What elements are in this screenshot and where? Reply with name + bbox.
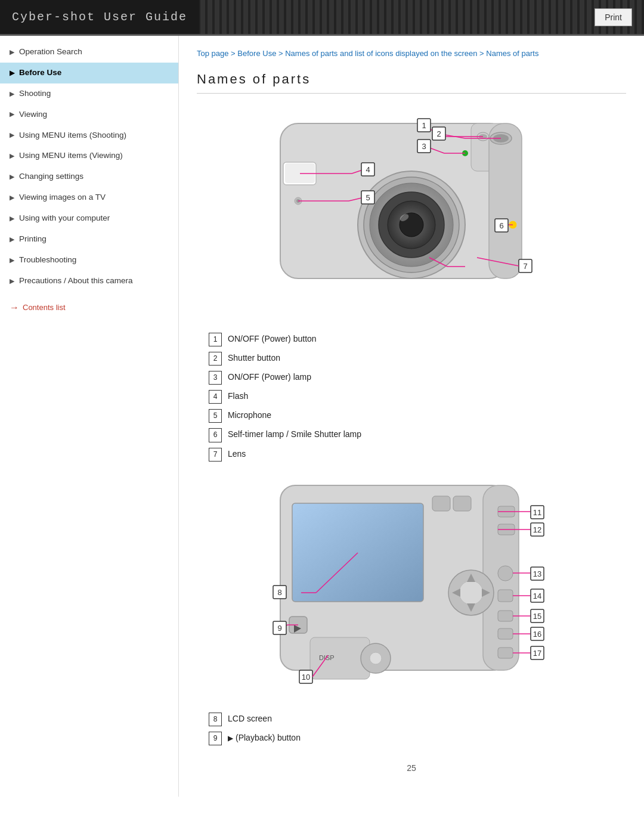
svg-rect-63 <box>498 611 513 621</box>
breadcrumb-before-use[interactable]: Before Use <box>237 49 276 58</box>
svg-text:6: 6 <box>499 221 503 230</box>
front-camera-svg: 1 2 3 4 5 6 <box>244 106 578 320</box>
arrow-icon: ▶ <box>10 69 14 78</box>
arrow-icon: ▶ <box>10 48 14 57</box>
svg-text:9: 9 <box>277 624 281 633</box>
svg-rect-50 <box>292 503 423 602</box>
sidebar-item-troubleshooting[interactable]: ▶ Troubleshooting <box>0 250 178 271</box>
svg-text:7: 7 <box>523 262 527 271</box>
arrow-right-icon: → <box>10 302 19 313</box>
svg-text:10: 10 <box>302 673 310 682</box>
svg-rect-62 <box>498 590 513 602</box>
sidebar-item-using-computer[interactable]: ▶ Using with your computer <box>0 208 178 229</box>
arrow-icon: ▶ <box>10 89 14 98</box>
breadcrumb-top[interactable]: Top page <box>197 49 229 58</box>
part-label-2: Shutter button <box>228 351 280 364</box>
front-parts-list: 1 ON/OFF (Power) button 2 Shutter button… <box>209 332 626 462</box>
part-number-9: 9 <box>209 732 222 745</box>
arrow-icon: ▶ <box>10 214 14 223</box>
part-item-6: 6 Self-timer lamp / Smile Shutter lamp <box>209 428 626 442</box>
svg-rect-51 <box>432 496 450 511</box>
svg-text:15: 15 <box>533 612 541 621</box>
sidebar-item-viewing-on-tv[interactable]: ▶ Viewing images on a TV <box>0 187 178 208</box>
sidebar: ▶ Operation Search ▶ Before Use ▶ Shooti… <box>0 36 179 797</box>
content-area: Top page > Before Use > Names of parts a… <box>179 36 644 797</box>
part-item-7: 7 Lens <box>209 447 626 462</box>
breadcrumb-names-icons[interactable]: Names of parts and list of icons display… <box>285 49 477 58</box>
part-number-7: 7 <box>209 448 222 462</box>
svg-text:1: 1 <box>422 121 426 130</box>
contents-list-link[interactable]: → Contents list <box>0 295 178 320</box>
part-number-5: 5 <box>209 409 222 423</box>
part-number-3: 3 <box>209 371 222 385</box>
back-parts-list: 8 LCD screen 9 ▶ (Playback) button <box>209 712 626 745</box>
part-number-2: 2 <box>209 352 222 366</box>
arrow-icon: ▶ <box>10 110 14 119</box>
part-label-1: ON/OFF (Power) button <box>228 332 317 345</box>
sidebar-item-shooting[interactable]: ▶ Shooting <box>0 83 178 104</box>
header: Cyber-shot User Guide Print <box>0 0 644 36</box>
part-label-8: LCD screen <box>228 712 272 725</box>
sidebar-item-viewing[interactable]: ▶ Viewing <box>0 104 178 125</box>
sidebar-item-changing-settings[interactable]: ▶ Changing settings <box>0 166 178 187</box>
part-item-9: 9 ▶ (Playback) button <box>209 731 626 745</box>
part-number-8: 8 <box>209 713 222 726</box>
part-item-3: 3 ON/OFF (Power) lamp <box>209 370 626 385</box>
svg-point-54 <box>459 581 483 605</box>
page-title: Names of parts <box>197 72 626 94</box>
part-number-1: 1 <box>209 333 222 346</box>
arrow-icon: ▶ <box>10 256 14 265</box>
part-label-3: ON/OFF (Power) lamp <box>228 370 311 383</box>
part-number-4: 4 <box>209 390 222 404</box>
svg-rect-2 <box>489 123 522 278</box>
back-camera-image: DISP <box>256 473 566 700</box>
svg-rect-64 <box>498 628 513 639</box>
breadcrumb-names-parts[interactable]: Names of parts <box>486 49 538 58</box>
breadcrumb: Top page > Before Use > Names of parts a… <box>197 48 626 60</box>
sidebar-item-operation-search[interactable]: ▶ Operation Search <box>0 42 178 63</box>
arrow-icon: ▶ <box>10 131 14 140</box>
svg-text:5: 5 <box>366 193 370 202</box>
part-item-1: 1 ON/OFF (Power) button <box>209 332 626 346</box>
page-number: 25 <box>197 763 626 773</box>
svg-text:3: 3 <box>422 142 426 151</box>
svg-rect-65 <box>498 648 513 658</box>
front-camera-image: 1 2 3 4 5 6 <box>244 106 578 320</box>
svg-text:12: 12 <box>533 525 541 534</box>
main-layout: ▶ Operation Search ▶ Before Use ▶ Shooti… <box>0 36 644 797</box>
sidebar-item-precautions[interactable]: ▶ Precautions / About this camera <box>0 271 178 292</box>
play-icon: ▶ <box>228 733 233 744</box>
svg-text:16: 16 <box>533 630 541 639</box>
svg-rect-52 <box>453 496 471 511</box>
arrow-icon: ▶ <box>10 235 14 244</box>
arrow-icon: ▶ <box>10 193 14 202</box>
part-label-6: Self-timer lamp / Smile Shutter lamp <box>228 428 361 441</box>
svg-text:11: 11 <box>533 508 541 517</box>
front-camera-diagram: 1 2 3 4 5 6 <box>197 106 626 320</box>
sidebar-item-using-menu-shooting[interactable]: ▶ Using MENU items (Shooting) <box>0 125 178 146</box>
part-item-2: 2 Shutter button <box>209 351 626 366</box>
sidebar-item-printing[interactable]: ▶ Printing <box>0 229 178 250</box>
svg-rect-61 <box>498 566 513 581</box>
svg-text:17: 17 <box>533 649 541 658</box>
part-number-6: 6 <box>209 428 222 442</box>
svg-text:4: 4 <box>366 165 370 174</box>
sidebar-item-before-use[interactable]: ▶ Before Use <box>0 63 178 83</box>
print-button[interactable]: Print <box>595 8 632 26</box>
app-title: Cyber-shot User Guide <box>0 0 199 34</box>
part-item-8: 8 LCD screen <box>209 712 626 726</box>
sidebar-item-using-menu-viewing[interactable]: ▶ Using MENU items (Viewing) <box>0 145 178 166</box>
back-camera-svg: DISP <box>256 473 566 700</box>
part-item-4: 4 Flash <box>209 389 626 404</box>
svg-point-71 <box>370 652 382 664</box>
arrow-icon: ▶ <box>10 172 14 181</box>
part-item-5: 5 Microphone <box>209 408 626 423</box>
svg-text:2: 2 <box>436 129 441 138</box>
svg-text:14: 14 <box>533 592 541 600</box>
part-label-5: Microphone <box>228 408 271 422</box>
back-camera-diagram: DISP <box>197 473 626 700</box>
arrow-icon: ▶ <box>10 151 14 160</box>
svg-text:8: 8 <box>277 588 281 597</box>
svg-text:13: 13 <box>533 569 541 578</box>
part-label-7: Lens <box>228 447 246 460</box>
